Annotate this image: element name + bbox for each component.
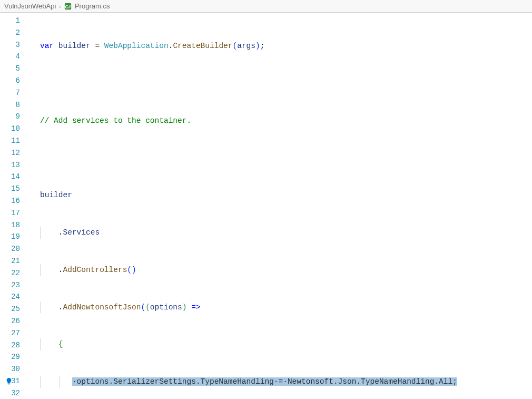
line-number: 23 bbox=[0, 279, 20, 291]
chevron-right-icon: › bbox=[59, 3, 61, 9]
code-line[interactable]: var builder = WebApplication.CreateBuild… bbox=[29, 40, 532, 52]
code-line[interactable]: .Services bbox=[29, 227, 532, 239]
line-number: 12 bbox=[0, 147, 20, 159]
line-number: 26 bbox=[0, 315, 20, 327]
line-number: 18 bbox=[0, 219, 20, 231]
breadcrumb-file[interactable]: Program.cs bbox=[75, 2, 110, 10]
breadcrumb[interactable]: VulnJsonWebApi › C# Program.cs bbox=[0, 0, 532, 13]
svg-text:C#: C# bbox=[65, 4, 71, 9]
line-number: 14 bbox=[0, 171, 20, 183]
line-number: 15 bbox=[0, 183, 20, 195]
line-number: 2 bbox=[0, 27, 20, 39]
line-number: 19 bbox=[0, 231, 20, 243]
code-line[interactable]: .AddNewtonsoftJson((options) => bbox=[29, 301, 532, 314]
line-number: 5 bbox=[0, 63, 20, 75]
line-number: 30 bbox=[0, 363, 20, 375]
code-line[interactable] bbox=[29, 152, 532, 164]
csharp-file-icon: C# bbox=[64, 3, 72, 10]
code-area[interactable]: var builder = WebApplication.CreateBuild… bbox=[29, 13, 532, 399]
lightbulb-icon[interactable] bbox=[5, 377, 14, 385]
selected-text[interactable]: ·options.SerializerSettings.TypeNameHand… bbox=[72, 377, 457, 386]
code-line[interactable]: ·options.SerializerSettings.TypeNameHand… bbox=[29, 376, 532, 388]
code-line[interactable]: .AddControllers() bbox=[29, 264, 532, 276]
line-number: 1 bbox=[0, 15, 20, 27]
line-number: 22 bbox=[0, 267, 20, 279]
line-number: 16 bbox=[0, 195, 20, 207]
line-number: 3 bbox=[0, 39, 20, 51]
code-line[interactable]: // Add services to the container. bbox=[29, 115, 532, 127]
line-number: 17 bbox=[0, 207, 20, 219]
line-number: 21 bbox=[0, 255, 20, 267]
code-line[interactable] bbox=[29, 77, 532, 90]
line-number: 13 bbox=[0, 159, 20, 171]
line-number: 24 bbox=[0, 291, 20, 303]
breadcrumb-project[interactable]: VulnJsonWebApi bbox=[4, 2, 56, 10]
line-number: 29 bbox=[0, 351, 20, 363]
line-number: 20 bbox=[0, 243, 20, 255]
line-number: 10 bbox=[0, 123, 20, 135]
line-number: 7 bbox=[0, 87, 20, 99]
line-number: 32 bbox=[0, 387, 20, 399]
code-line[interactable]: { bbox=[29, 338, 532, 351]
line-number: 25 bbox=[0, 303, 20, 315]
line-number: 11 bbox=[0, 135, 20, 147]
line-number: 28 bbox=[0, 339, 20, 352]
line-number: 27 bbox=[0, 327, 20, 339]
code-line[interactable]: builder bbox=[29, 189, 532, 201]
code-editor[interactable]: 1234567891011121314151617181920212223242… bbox=[0, 13, 532, 399]
line-number: 4 bbox=[0, 51, 20, 63]
line-number: 8 bbox=[0, 99, 20, 111]
line-number: 9 bbox=[0, 111, 20, 123]
line-number: 6 bbox=[0, 75, 20, 87]
line-number-gutter: 1234567891011121314151617181920212223242… bbox=[0, 13, 29, 399]
